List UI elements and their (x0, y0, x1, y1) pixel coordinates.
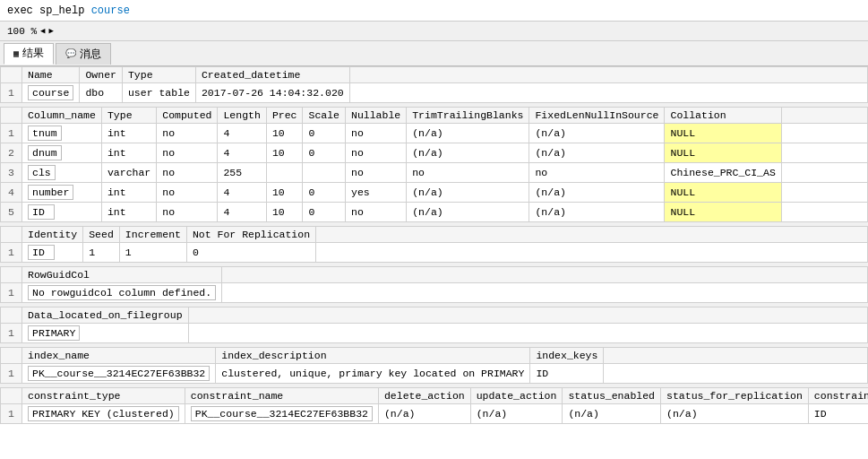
col-rownum-placeholder (1, 388, 22, 404)
object-name: course (91, 4, 130, 17)
section-identity: Identity Seed Increment Not For Replicat… (0, 226, 868, 263)
zoom-level: 100 % (7, 26, 37, 37)
section7-header-row: constraint_type constraint_name delete_a… (1, 388, 869, 404)
zoom-decrease[interactable]: ◀ (40, 26, 45, 36)
col-index-desc: index_description (216, 348, 530, 364)
col-seed: Seed (83, 227, 120, 243)
code-line: exec sp_help course (7, 4, 130, 17)
cell-filler (781, 163, 867, 183)
col-filler (781, 108, 867, 124)
cell-computed: no (157, 183, 218, 203)
keyword-exec: exec sp_help (7, 4, 91, 17)
colname-box: dnum (28, 145, 62, 160)
cell-owner: dbo (80, 83, 123, 103)
cell-filler (781, 143, 867, 163)
table-row: 1 No rowguidcol column defined. (1, 283, 868, 303)
col-fixed: FixedLenNullInSource (529, 108, 665, 124)
constraint-type-box: PRIMARY KEY (clustered) (28, 406, 179, 421)
section6-header-row: index_name index_description index_keys (1, 348, 868, 364)
table-row: 5 ID int no 4 10 0 no (n/a) (n/a) NULL (1, 203, 868, 222)
cell-filler (781, 203, 867, 222)
zoom-increase[interactable]: ▶ (48, 26, 53, 36)
row-number: 3 (1, 163, 22, 183)
row-number: 1 (1, 124, 22, 143)
cell-identity: ID (22, 243, 83, 263)
col-length: Length (218, 108, 266, 124)
cell-colname: tnum (22, 124, 102, 143)
cell-prec: 10 (266, 203, 303, 222)
cell-trim: no (407, 163, 529, 183)
cell-length: 4 (218, 203, 266, 222)
section-filegroup: Data_located_on_filegroup 1 PRIMARY (0, 307, 868, 343)
colname-box: cls (28, 165, 56, 180)
cell-index-keys: ID (530, 364, 604, 384)
col-rownum-placeholder (1, 108, 22, 124)
cell-filler (781, 183, 867, 203)
col-index-name: index_name (22, 348, 216, 364)
cell-computed: no (157, 203, 218, 222)
col-rownum-placeholder (1, 307, 22, 324)
section3-header-row: Identity Seed Increment Not For Replicat… (1, 227, 868, 243)
cell-nullable: yes (346, 183, 407, 203)
col-trim: TrimTrailingBlanks (407, 108, 529, 124)
table-row: 1 course dbo user table 2017-07-26 14:04… (1, 83, 868, 103)
cell-not-for-rep: 0 (186, 243, 315, 263)
cell-nullable: no (346, 124, 407, 143)
cell-colname: number (22, 183, 102, 203)
cell-scale: 0 (303, 143, 346, 163)
col-rownum-placeholder (1, 348, 22, 364)
cell-update-action: (n/a) (470, 404, 563, 424)
row-number: 1 (1, 404, 22, 424)
section2-header-row: Column_name Type Computed Length Prec Sc… (1, 108, 868, 124)
cell-type: user table (122, 83, 195, 103)
row-number: 1 (1, 243, 22, 263)
cell-trim: (n/a) (407, 124, 529, 143)
section4-header-row: RowGuidCol (1, 267, 868, 283)
cell-status-rep: (n/a) (661, 404, 809, 424)
colname-box: ID (28, 204, 55, 220)
col-filler (349, 67, 867, 83)
course-name-box: course (28, 85, 73, 100)
row-number: 1 (1, 83, 22, 103)
table-row: 4 number int no 4 10 0 yes (n/a) (n/a) N… (1, 183, 868, 203)
cell-nullable: no (346, 203, 407, 222)
cell-nullable: no (346, 163, 407, 183)
col-created: Created_datetime (195, 67, 349, 83)
colname-box: number (28, 185, 73, 200)
cell-computed: no (157, 124, 218, 143)
cell-type: varchar (101, 163, 156, 183)
section-columns: Column_name Type Computed Length Prec Sc… (0, 107, 868, 222)
col-collation: Collation (665, 108, 781, 124)
cell-type: int (101, 124, 156, 143)
cell-filler (349, 83, 867, 103)
col-rowguidcol: RowGuidCol (22, 267, 222, 283)
col-nullable: Nullable (346, 108, 407, 124)
grid-icon: ▦ (13, 48, 19, 59)
cell-created: 2017-07-26 14:04:32.020 (195, 83, 349, 103)
row-number: 4 (1, 183, 22, 203)
tabs-bar: ▦ 结果 💬 消息 (0, 41, 868, 66)
table-row: 3 cls varchar no 255 no no no Chinese_PR… (1, 163, 868, 183)
results-container: Name Owner Type Created_datetime 1 cours… (0, 66, 868, 459)
cell-fixed: (n/a) (529, 183, 665, 203)
cell-filler (781, 124, 867, 143)
col-filler (316, 227, 868, 243)
tab-messages[interactable]: 💬 消息 (56, 43, 111, 65)
cell-collation: NULL (665, 143, 781, 163)
cell-collation: Chinese_PRC_CI_AS (665, 163, 781, 183)
cell-filegroup-val: PRIMARY (22, 324, 189, 343)
cell-name: course (22, 83, 80, 103)
cell-collation: NULL (665, 203, 781, 222)
col-prec: Prec (266, 108, 303, 124)
col-name: Name (22, 67, 80, 83)
table-row: 1 PK__course__3214EC27EF63BB32 clustered… (1, 364, 868, 384)
table-row: 1 tnum int no 4 10 0 no (n/a) (n/a) NULL (1, 124, 868, 143)
cell-seed: 1 (83, 243, 120, 263)
cell-status-enabled: (n/a) (563, 404, 661, 424)
cell-collation: NULL (665, 124, 781, 143)
tab-results[interactable]: ▦ 结果 (4, 43, 54, 65)
tab-messages-label: 消息 (80, 47, 101, 62)
row-number: 1 (1, 364, 22, 384)
cell-prec (266, 163, 303, 183)
col-column-name: Column_name (22, 108, 102, 124)
